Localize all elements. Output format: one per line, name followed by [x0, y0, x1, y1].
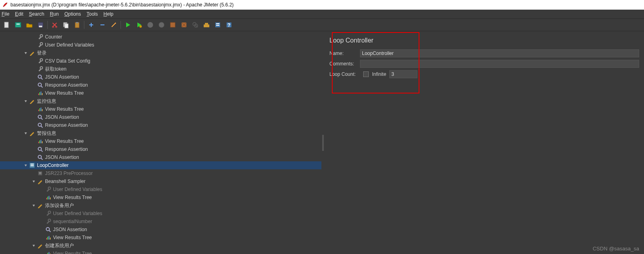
- tree-item[interactable]: Response Assertion: [0, 145, 321, 153]
- menu-options[interactable]: Options: [64, 11, 81, 17]
- tree-item[interactable]: JSON Assertion: [0, 73, 321, 81]
- tree-item[interactable]: Beanshell Sampler: [0, 177, 321, 185]
- svg-rect-42: [41, 108, 41, 111]
- tree-item[interactable]: JSON Assertion: [0, 226, 321, 234]
- tree-toggle-icon[interactable]: [31, 179, 36, 184]
- tree-item[interactable]: View Results Tree: [0, 89, 321, 97]
- tree-item[interactable]: sequentialNumber: [0, 217, 321, 226]
- shutdown-button[interactable]: [156, 20, 167, 30]
- cut-button[interactable]: [49, 20, 60, 30]
- loop-count-input[interactable]: [389, 70, 417, 78]
- tree-item[interactable]: 监控信息: [0, 97, 321, 105]
- tree-item-label: View Results Tree: [45, 138, 84, 144]
- tree-item[interactable]: 添加设备用户: [0, 201, 321, 209]
- tree-item[interactable]: CSV Data Set Config: [0, 57, 321, 65]
- tree-item[interactable]: View Results Tree: [0, 193, 321, 201]
- tree-item[interactable]: Counter: [0, 33, 321, 41]
- tree-toggle-icon[interactable]: [23, 131, 28, 136]
- menu-bar: File Edit Search Run Options Tools Help: [0, 10, 644, 18]
- magnify-icon: [45, 226, 51, 233]
- tree-item[interactable]: View Results Tree: [0, 137, 321, 145]
- search-button[interactable]: [190, 20, 200, 30]
- tree-toggle-icon[interactable]: [31, 203, 36, 208]
- tree-item[interactable]: 警报信息: [0, 129, 321, 137]
- tree-item-label: JSON Assertion: [45, 114, 79, 120]
- start-noTimers-button[interactable]: [134, 20, 144, 30]
- function-helper-button[interactable]: [213, 20, 223, 30]
- toggle-button[interactable]: [108, 20, 119, 30]
- splitter[interactable]: [321, 31, 325, 254]
- tree-item[interactable]: User Defined Variables: [0, 209, 321, 217]
- menu-edit[interactable]: Edit: [15, 11, 23, 17]
- menu-search[interactable]: Search: [29, 11, 44, 17]
- svg-point-65: [48, 211, 51, 213]
- tree-item[interactable]: Response Assertion: [0, 121, 321, 129]
- svg-rect-2: [16, 24, 20, 24]
- tree-toggle-icon[interactable]: [31, 243, 36, 248]
- tree-item[interactable]: User Defined Variables: [0, 185, 321, 193]
- paste-button[interactable]: [72, 20, 82, 30]
- menu-file[interactable]: File: [2, 11, 9, 17]
- stop-button[interactable]: [145, 20, 155, 30]
- tree-toggle-icon[interactable]: [23, 51, 28, 55]
- name-input[interactable]: [360, 49, 639, 57]
- menu-help[interactable]: Help: [104, 11, 114, 17]
- tree-item-label: Counter: [45, 34, 62, 40]
- svg-rect-24: [216, 23, 219, 24]
- comments-input[interactable]: [360, 60, 639, 68]
- svg-rect-37: [39, 92, 40, 95]
- clear-button[interactable]: [168, 20, 178, 30]
- tree-item[interactable]: JSON Assertion: [0, 153, 321, 161]
- tree-item[interactable]: LoopController: [0, 161, 321, 169]
- tree-item[interactable]: 获取token: [0, 65, 321, 73]
- tree-item[interactable]: JSR223 PreProcessor: [0, 169, 321, 177]
- tree-item[interactable]: User Defined Variables: [0, 41, 321, 49]
- tree-toggle-icon: [31, 35, 36, 39]
- svg-rect-10: [76, 22, 78, 23]
- wrench-icon: [37, 42, 43, 48]
- templates-button[interactable]: [13, 20, 23, 30]
- tree-item[interactable]: 创建系统用户: [0, 242, 321, 250]
- menu-run[interactable]: Run: [50, 11, 59, 17]
- tree-toggle-icon[interactable]: [23, 99, 28, 104]
- tree-item[interactable]: 登录: [0, 49, 321, 57]
- svg-line-53: [41, 150, 43, 152]
- tree-toggle-icon[interactable]: [23, 163, 28, 168]
- svg-rect-59: [38, 171, 42, 175]
- chart-icon: [45, 194, 51, 201]
- tree-item[interactable]: View Results Tree: [0, 234, 321, 242]
- svg-rect-8: [65, 24, 68, 28]
- collapse-button[interactable]: [97, 20, 108, 30]
- start-button[interactable]: [123, 20, 133, 30]
- pencil-icon: [37, 202, 43, 209]
- clearall-button[interactable]: [179, 20, 189, 30]
- menu-tools[interactable]: Tools: [87, 11, 98, 17]
- expand-button[interactable]: [86, 20, 96, 30]
- tree-item[interactable]: View Results Tree: [0, 105, 321, 113]
- tree-item[interactable]: JSON Assertion: [0, 113, 321, 121]
- svg-rect-70: [47, 237, 48, 240]
- copy-button[interactable]: [61, 20, 71, 30]
- help-button[interactable]: ?: [224, 20, 234, 30]
- svg-line-55: [41, 158, 43, 160]
- new-button[interactable]: [2, 20, 12, 30]
- reset-search-button[interactable]: [201, 20, 212, 30]
- infinite-label: Infinite: [372, 71, 386, 77]
- open-button[interactable]: [24, 20, 35, 30]
- svg-rect-17: [170, 22, 175, 27]
- tree-item-label: 添加设备用户: [45, 202, 74, 209]
- save-button[interactable]: [35, 20, 46, 30]
- tree-item[interactable]: Response Assertion: [0, 81, 321, 89]
- tree-item-label: JSON Assertion: [53, 227, 87, 232]
- tree-toggle-icon: [39, 227, 44, 232]
- svg-rect-49: [39, 140, 40, 143]
- magnify-icon: [37, 114, 43, 120]
- svg-rect-62: [47, 197, 48, 199]
- tree-toggle-icon: [31, 123, 36, 128]
- tree-panel[interactable]: CounterUser Defined Variables登录CSV Data …: [0, 31, 321, 254]
- tree-item[interactable]: View Results Tree: [0, 250, 321, 254]
- tree-toggle-icon: [31, 107, 36, 112]
- toolbar: ?: [0, 18, 644, 31]
- tree-toggle-icon: [31, 75, 36, 79]
- infinite-checkbox[interactable]: [363, 71, 369, 77]
